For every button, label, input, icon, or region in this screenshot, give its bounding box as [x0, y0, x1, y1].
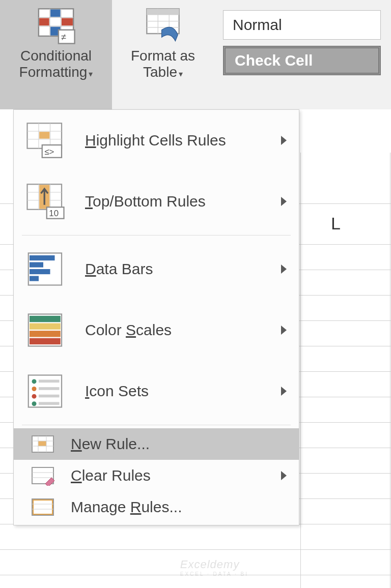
- svg-rect-42: [30, 338, 61, 344]
- cell-styles-gallery[interactable]: Normal Check Cell: [223, 10, 381, 81]
- submenu-arrow-icon: [281, 197, 287, 206]
- conditional-formatting-menu: ≤> Highlight Cells Rules 10 Top/Bottom R…: [13, 109, 299, 525]
- color-scales-icon: [25, 310, 71, 350]
- svg-rect-39: [30, 316, 61, 322]
- style-check-cell[interactable]: Check Cell: [223, 46, 381, 75]
- submenu-arrow-icon: [281, 264, 287, 274]
- conditional-formatting-label: Conditional Formatting▾: [19, 48, 93, 80]
- menu-topbottom-label: Top/Bottom Rules: [71, 193, 281, 210]
- svg-rect-41: [30, 331, 61, 337]
- menu-manage-rules[interactable]: Manage Rules...: [14, 491, 299, 523]
- svg-rect-37: [30, 276, 39, 281]
- menu-icon-sets[interactable]: Icon Sets: [14, 361, 299, 422]
- format-as-table-button[interactable]: Format as Table▾: [112, 0, 214, 109]
- svg-rect-47: [39, 387, 60, 390]
- menu-separator: [22, 425, 291, 425]
- format-as-table-label: Format as Table▾: [131, 48, 195, 80]
- submenu-arrow-icon: [281, 471, 287, 480]
- format-as-table-icon: [143, 5, 183, 45]
- svg-point-44: [32, 379, 37, 384]
- menu-separator: [22, 235, 291, 236]
- menu-highlight-cells-rules[interactable]: ≤> Highlight Cells Rules: [14, 110, 299, 171]
- menu-colorscales-label: Color Scales: [71, 321, 281, 339]
- svg-rect-49: [39, 395, 60, 398]
- menu-managerules-label: Manage Rules...: [61, 498, 290, 516]
- svg-text:≠: ≠: [61, 32, 66, 42]
- menu-data-bars[interactable]: Data Bars: [14, 239, 299, 300]
- svg-point-46: [32, 387, 37, 391]
- style-normal[interactable]: Normal: [223, 10, 381, 40]
- svg-rect-7: [39, 18, 49, 26]
- menu-new-rule[interactable]: New Rule...: [14, 428, 299, 460]
- data-bars-icon: [25, 249, 71, 289]
- menu-top-bottom-rules[interactable]: 10 Top/Bottom Rules: [14, 171, 299, 232]
- new-rule-icon: [25, 433, 61, 455]
- svg-rect-8: [62, 18, 73, 26]
- svg-rect-22: [39, 132, 49, 139]
- icon-sets-icon: [25, 371, 71, 411]
- submenu-arrow-icon: [281, 136, 287, 145]
- top-bottom-icon: 10: [25, 182, 71, 221]
- svg-rect-34: [30, 255, 55, 260]
- style-normal-label: Normal: [233, 16, 282, 34]
- menu-clear-rules[interactable]: Clear Rules: [14, 460, 299, 491]
- manage-rules-icon: [25, 496, 61, 518]
- svg-rect-53: [38, 441, 46, 446]
- submenu-arrow-icon: [281, 387, 287, 396]
- menu-newrule-label: New Rule...: [61, 435, 290, 453]
- svg-rect-40: [30, 324, 61, 330]
- svg-point-50: [32, 401, 37, 406]
- svg-rect-5: [50, 10, 61, 17]
- conditional-formatting-button[interactable]: ≠ Conditional Formatting▾: [0, 0, 112, 109]
- ribbon-styles-group: ≠ Conditional Formatting▾ Format as Tabl…: [0, 0, 391, 109]
- menu-databars-label: Data Bars: [71, 260, 281, 278]
- svg-rect-45: [39, 380, 60, 383]
- svg-text:≤>: ≤>: [44, 147, 54, 157]
- svg-rect-35: [30, 262, 43, 268]
- conditional-formatting-icon: ≠: [36, 5, 76, 45]
- watermark: Exceldemy EXCEL · DATA · BI: [180, 558, 248, 577]
- submenu-arrow-icon: [281, 326, 287, 335]
- svg-text:10: 10: [49, 209, 59, 218]
- svg-rect-51: [39, 402, 60, 405]
- menu-color-scales[interactable]: Color Scales: [14, 300, 299, 361]
- svg-rect-12: [147, 9, 179, 15]
- style-check-cell-label: Check Cell: [235, 52, 313, 69]
- menu-iconsets-label: Icon Sets: [71, 383, 281, 400]
- menu-clearrules-label: Clear Rules: [61, 467, 281, 484]
- svg-point-48: [32, 394, 37, 399]
- svg-rect-61: [32, 499, 53, 515]
- highlight-cells-icon: ≤>: [25, 121, 71, 160]
- menu-highlight-label: Highlight Cells Rules: [71, 132, 281, 149]
- clear-rules-icon: [25, 464, 61, 487]
- svg-rect-36: [30, 269, 50, 274]
